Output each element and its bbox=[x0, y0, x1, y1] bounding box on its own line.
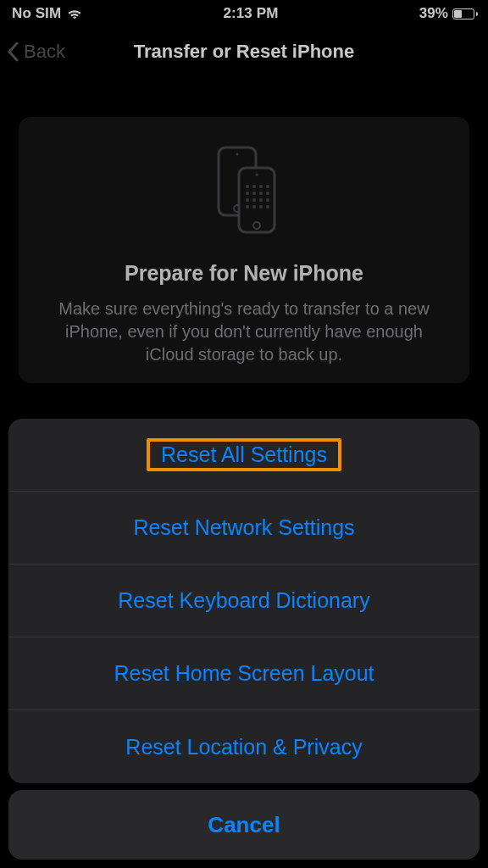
cancel-button[interactable]: Cancel bbox=[8, 790, 480, 860]
reset-home-screen-layout-label: Reset Home Screen Layout bbox=[114, 661, 374, 686]
reset-keyboard-dictionary-button[interactable]: Reset Keyboard Dictionary bbox=[8, 565, 480, 637]
reset-action-sheet: Reset All Settings Reset Network Setting… bbox=[8, 419, 480, 860]
cancel-label: Cancel bbox=[208, 812, 280, 838]
reset-keyboard-dictionary-label: Reset Keyboard Dictionary bbox=[118, 588, 369, 613]
reset-all-settings-button[interactable]: Reset All Settings bbox=[8, 419, 480, 492]
reset-options-group: Reset All Settings Reset Network Setting… bbox=[8, 419, 480, 783]
reset-home-screen-layout-button[interactable]: Reset Home Screen Layout bbox=[8, 637, 480, 710]
reset-network-settings-button[interactable]: Reset Network Settings bbox=[8, 492, 480, 565]
reset-location-privacy-label: Reset Location & Privacy bbox=[125, 735, 362, 760]
reset-all-settings-label: Reset All Settings bbox=[147, 438, 341, 471]
reset-network-settings-label: Reset Network Settings bbox=[133, 515, 354, 540]
reset-location-privacy-button[interactable]: Reset Location & Privacy bbox=[8, 710, 480, 783]
